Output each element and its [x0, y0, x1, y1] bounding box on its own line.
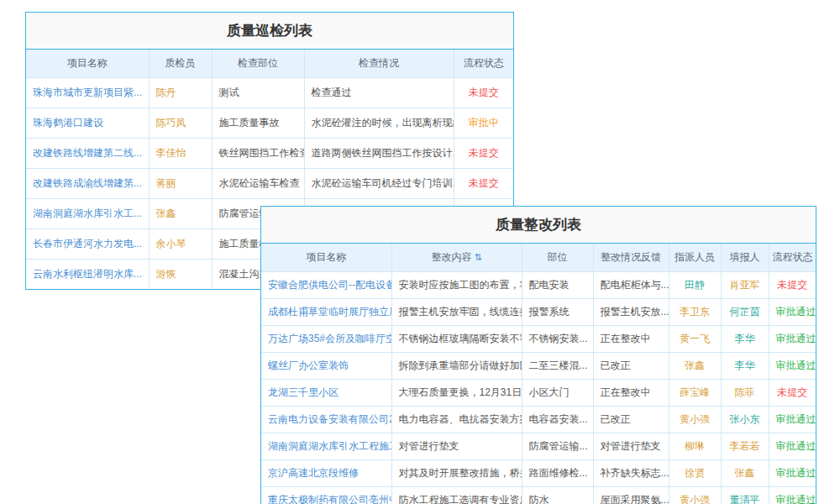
- column-header: 填报人: [721, 244, 769, 272]
- table-row: 重庆太极制药有限公司亳州中...防水工程施工选调有专业资质...防水屋面采用聚氨…: [261, 487, 816, 504]
- status-badge: 审批通过: [769, 299, 816, 326]
- status-badge: 审批中: [454, 108, 513, 139]
- column-header: 部位: [522, 244, 593, 272]
- rectify-part: 路面维修检...: [522, 460, 593, 487]
- rectify-part: 二至三楼混...: [522, 353, 593, 380]
- project-name-link[interactable]: 湖南洞庭湖水库引水工...: [26, 199, 149, 229]
- table-row: 改建铁路成渝线增建第...蒋丽水泥砼运输车检查水泥砼运输车司机经过专门培训...…: [26, 169, 513, 199]
- header-row: 项目名称整改内容⇅部位整改情况反馈指派人员填报人流程状态: [261, 244, 816, 272]
- status-badge: 未提交: [454, 78, 513, 108]
- column-header: 流程状态: [769, 244, 816, 272]
- column-header: 整改情况反馈: [593, 244, 669, 272]
- column-header: 检查部位: [212, 50, 304, 78]
- inspection-part: 测试: [212, 78, 304, 108]
- project-name-link[interactable]: 螺丝厂办公室装饰: [261, 353, 391, 380]
- rectify-part: 防腐管运输...: [522, 433, 593, 460]
- project-name-link[interactable]: 成都杜甫草堂临时展厅独立展...: [261, 299, 391, 326]
- project-name-link[interactable]: 云南水利枢纽潜明水库...: [26, 260, 149, 290]
- inspection-result: 检查通过: [304, 78, 454, 108]
- column-header: 流程状态: [454, 50, 513, 78]
- rectify-part: 小区大门: [522, 380, 593, 407]
- reporter-name: 陈菲: [721, 380, 769, 407]
- inspector-name: 陈丹: [149, 78, 212, 108]
- column-header-label: 部位: [548, 251, 568, 263]
- column-header: 项目名称: [26, 50, 149, 78]
- column-header[interactable]: 整改内容⇅: [391, 244, 522, 272]
- assignee-name: 徐贤: [669, 460, 721, 487]
- rectify-content: 报警主机安放牢固，线缆连接...: [391, 299, 522, 326]
- rectify-feedback: 已改正: [593, 353, 669, 380]
- column-header-label: 检查情况: [359, 57, 399, 69]
- rectify-content: 对管进行垫支: [391, 433, 522, 460]
- inspection-part: 铁丝网围挡工作检查: [212, 139, 304, 169]
- inspection-part: 施工质量事故: [212, 108, 304, 139]
- rectify-part: 报警系统: [522, 299, 593, 326]
- project-name-link[interactable]: 改建铁路成渝线增建第...: [26, 169, 149, 199]
- table-row: 改建铁路线增建第二线...李佳怡铁丝网围挡工作检查道路两侧铁丝网围挡工作按设计.…: [26, 139, 513, 169]
- project-name-link[interactable]: 万达广场35#会所及咖啡厅空...: [261, 326, 391, 353]
- status-badge: 审批通过: [769, 460, 816, 487]
- assignee-name: 柳琳: [669, 433, 721, 460]
- reporter-name: 张鑫: [721, 460, 769, 487]
- project-name-link[interactable]: 重庆太极制药有限公司亳州中...: [261, 487, 391, 504]
- rectify-content: 对其及时开展整改措施，桥头...: [391, 460, 522, 487]
- column-header-label: 整改情况反馈: [601, 251, 661, 263]
- status-badge: 未提交: [454, 169, 513, 199]
- rectification-table-header: 项目名称整改内容⇅部位整改情况反馈指派人员填报人流程状态: [261, 244, 816, 272]
- rectify-content: 大理石质量更换，12月31日之...: [391, 380, 522, 407]
- column-header-label: 整改内容: [431, 251, 471, 263]
- rectify-feedback: 正在整改中: [593, 380, 669, 407]
- inspection-part: 水泥砼运输车检查: [212, 169, 304, 199]
- inspection-table-header: 项目名称质检员检查部位检查情况流程状态: [26, 50, 513, 78]
- table-row: 湖南洞庭湖水库引水工程施工1标对管进行垫支防腐管运输...对管进行垫支柳琳李若若…: [261, 433, 816, 460]
- rectification-panel-title: 质量整改列表: [261, 207, 816, 244]
- rectify-feedback: 已改正: [593, 407, 669, 433]
- inspector-name: 游恢: [149, 260, 212, 290]
- column-header-label: 检查部位: [238, 57, 278, 69]
- sort-icon[interactable]: ⇅: [474, 252, 481, 262]
- rectification-table-body: 安徽合肥供电公司--配电设备...安装时应按施工图的布置，将...配电安装配电柜…: [261, 272, 816, 504]
- assignee-name: 黄一飞: [669, 326, 721, 353]
- inspector-name: 蒋丽: [149, 169, 212, 199]
- project-name-link[interactable]: 云南电力设备安装有限公司20...: [261, 407, 391, 433]
- rectify-feedback: 正在整改中: [593, 326, 669, 353]
- column-header-label: 质检员: [165, 57, 196, 69]
- rectify-content: 电力电容器、电抗器安装方案...: [391, 407, 522, 433]
- table-row: 珠海鹤港口建设陈巧凤施工质量事故水泥砼灌注的时候，出现离析现象审批中: [26, 108, 513, 139]
- table-row: 龙湖三千里小区大理石质量更换，12月31日之...小区大门正在整改中薛宝峰陈菲未…: [261, 380, 816, 407]
- rectify-feedback: 配电柜柜体与...: [593, 272, 669, 299]
- project-name-link[interactable]: 珠海市城市更新项目紫...: [26, 78, 149, 108]
- inspection-result: 水泥砼运输车司机经过专门培训...: [304, 169, 454, 199]
- column-header-label: 指派人员: [675, 251, 715, 263]
- status-badge: 审批通过: [769, 326, 816, 353]
- rectify-feedback: 报警主机安放...: [593, 299, 669, 326]
- project-name-link[interactable]: 湖南洞庭湖水库引水工程施工1标: [261, 433, 391, 460]
- project-name-link[interactable]: 改建铁路线增建第二线...: [26, 139, 149, 169]
- assignee-name: 薛宝峰: [669, 380, 721, 407]
- project-name-link[interactable]: 京沪高速北京段维修: [261, 460, 391, 487]
- column-header: 项目名称: [261, 244, 391, 272]
- status-badge: 未提交: [769, 272, 816, 299]
- project-name-link[interactable]: 安徽合肥供电公司--配电设备...: [261, 272, 391, 299]
- assignee-name: 田静: [669, 272, 721, 299]
- inspection-result: 道路两侧铁丝网围挡工作按设计...: [304, 139, 454, 169]
- assignee-name: 黄小强: [669, 487, 721, 504]
- inspector-name: 张鑫: [149, 199, 212, 229]
- reporter-name: 李华: [721, 326, 769, 353]
- reporter-name: 李若若: [721, 433, 769, 460]
- rectification-table: 项目名称整改内容⇅部位整改情况反馈指派人员填报人流程状态 安徽合肥供电公司--配…: [261, 244, 816, 504]
- status-badge: 未提交: [454, 139, 513, 169]
- rectify-content: 安装时应按施工图的布置，将...: [391, 272, 522, 299]
- reporter-name: 董清平: [721, 487, 769, 504]
- project-name-link[interactable]: 龙湖三千里小区: [261, 380, 391, 407]
- project-name-link[interactable]: 珠海鹤港口建设: [26, 108, 149, 139]
- table-row: 安徽合肥供电公司--配电设备...安装时应按施工图的布置，将...配电安装配电柜…: [261, 272, 816, 299]
- reporter-name: 肖亚军: [721, 272, 769, 299]
- assignee-name: 黄小强: [669, 407, 721, 433]
- reporter-name: 何芷茵: [721, 299, 769, 326]
- table-row: 螺丝厂办公室装饰拆除到承重墙部分请做好加固...二至三楼混...已改正张鑫李华审…: [261, 353, 816, 380]
- inspector-name: 陈巧凤: [149, 108, 212, 139]
- project-name-link[interactable]: 长春市伊通河水力发电...: [26, 229, 149, 260]
- assignee-name: 张鑫: [669, 353, 721, 380]
- rectify-part: 电容器安装...: [522, 407, 593, 433]
